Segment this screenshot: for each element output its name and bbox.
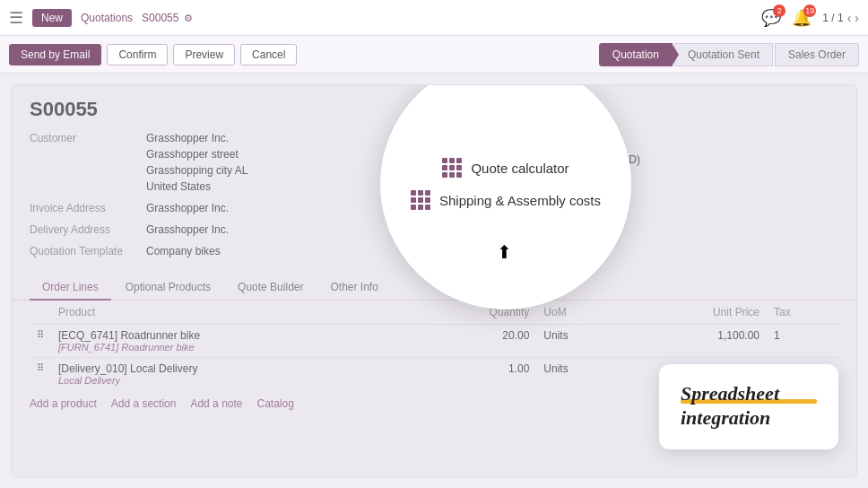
hamburger-icon[interactable]: ☰ <box>9 8 23 28</box>
add-section-button[interactable]: Add a section <box>111 397 177 410</box>
customer-label: Customer <box>30 130 146 144</box>
col-unit-price: Unit Price <box>626 301 767 325</box>
catalog-button[interactable]: Catalog <box>257 397 294 410</box>
tab-order-lines[interactable]: Order Lines <box>30 275 111 301</box>
breadcrumb-current: S00055 <box>142 12 178 24</box>
uom-cell: Units <box>536 358 626 391</box>
table-row: ⠿ [ECQ_6741] Roadrunner bike [FURN_6741]… <box>30 325 838 358</box>
invoice-label: Invoice Address <box>30 200 146 214</box>
notifications-badge: 19 <box>803 4 816 17</box>
form-col-left: Customer Grasshopper Inc. Grasshopper st… <box>30 130 416 265</box>
status-tabs: Quotation Quotation Sent Sales Order <box>599 43 859 66</box>
product-sub: [FURN_6741] Roadrunner bike <box>58 342 404 353</box>
invoice-value: Grasshopper Inc. <box>146 200 229 216</box>
invoice-row: Invoice Address Grasshopper Inc. <box>30 200 416 216</box>
add-note-button[interactable]: Add a note <box>190 397 242 410</box>
send-email-button[interactable]: Send by Email <box>9 44 101 65</box>
shipping-assembly-label: Shipping & Assembly costs <box>439 193 601 208</box>
tab-quotation-sent[interactable]: Quotation Sent <box>674 43 773 66</box>
cursor-icon: ⬆ <box>497 241 512 263</box>
spreadsheet-card: Spreadsheet integration <box>659 364 838 449</box>
tab-optional-products[interactable]: Optional Products <box>113 275 223 301</box>
product-main: [ECQ_6741] Roadrunner bike <box>58 329 404 342</box>
nav-counter: 1 / 1 ‹ › <box>822 11 859 25</box>
grid-icon-2 <box>411 190 430 210</box>
grid-icon <box>442 158 462 178</box>
col-uom: UoM <box>536 301 626 325</box>
confirm-button[interactable]: Confirm <box>107 44 168 65</box>
breadcrumb: Quotations S00055 ⚙ <box>81 12 193 24</box>
shipping-assembly-item[interactable]: Shipping & Assembly costs <box>400 187 612 214</box>
breadcrumb-parent[interactable]: Quotations <box>81 12 133 24</box>
delivery-row: Delivery Address Grasshopper Inc. <box>30 222 416 238</box>
template-row: Quotation Template Company bikes <box>30 243 416 259</box>
notifications-icon[interactable]: 🔔 19 <box>792 8 812 28</box>
quantity-cell: 20.00 <box>411 325 536 358</box>
delivery-value: Grasshopper Inc. <box>146 222 229 238</box>
spreadsheet-line1: Spreadsheet <box>681 382 817 405</box>
product-sub: Local Delivery <box>58 375 404 386</box>
tab-sales-order[interactable]: Sales Order <box>775 43 859 66</box>
cancel-button[interactable]: Cancel <box>240 44 297 65</box>
customer-row: Customer Grasshopper Inc. Grasshopper st… <box>30 130 416 195</box>
nav-prev-arrow[interactable]: ‹ <box>847 11 852 25</box>
tab-other-info[interactable]: Other Info <box>317 275 390 301</box>
topbar-right: 💬 2 🔔 19 1 / 1 ‹ › <box>761 8 859 28</box>
tax-cell: 1 <box>767 325 838 358</box>
col-product: Product <box>51 301 411 325</box>
add-product-button[interactable]: Add a product <box>30 397 97 410</box>
drag-handle[interactable]: ⠿ <box>30 358 51 391</box>
spreadsheet-line2: integration <box>681 405 770 431</box>
template-label: Quotation Template <box>30 243 146 257</box>
template-value: Company bikes <box>146 243 221 259</box>
drag-handle[interactable]: ⠿ <box>30 325 51 358</box>
nav-next-arrow[interactable]: › <box>855 11 859 25</box>
actionbar: Send by Email Confirm Preview Cancel Quo… <box>0 36 868 74</box>
settings-icon[interactable]: ⚙ <box>184 13 193 23</box>
quote-calculator-label: Quote calculator <box>471 161 569 176</box>
tab-quote-builder[interactable]: Quote Builder <box>225 275 316 301</box>
topbar: ☰ New Quotations S00055 ⚙ 💬 2 🔔 19 1 / 1… <box>0 0 868 36</box>
quote-calculator-item[interactable]: Quote calculator <box>431 154 579 181</box>
product-cell: [ECQ_6741] Roadrunner bike [FURN_6741] R… <box>51 325 411 358</box>
col-tax: Tax <box>767 301 838 325</box>
main-content: S00055 Customer Grasshopper Inc. Grassho… <box>11 84 857 477</box>
delivery-label: Delivery Address <box>30 222 146 236</box>
topbar-left: ☰ New Quotations S00055 ⚙ <box>9 8 193 28</box>
tab-quotation[interactable]: Quotation <box>599 43 673 66</box>
product-main: [Delivery_010] Local Delivery <box>58 362 404 375</box>
customer-value: Grasshopper Inc. Grasshopper street Gras… <box>146 130 247 195</box>
messages-badge: 2 <box>773 4 786 17</box>
uom-cell: Units <box>536 325 626 358</box>
messages-icon[interactable]: 💬 2 <box>761 8 781 28</box>
unit-price-cell: 1,100.00 <box>626 325 767 358</box>
new-button[interactable]: New <box>32 9 72 27</box>
preview-button[interactable]: Preview <box>173 44 235 65</box>
product-cell: [Delivery_010] Local Delivery Local Deli… <box>51 358 411 391</box>
quantity-cell: 1.00 <box>411 358 536 391</box>
